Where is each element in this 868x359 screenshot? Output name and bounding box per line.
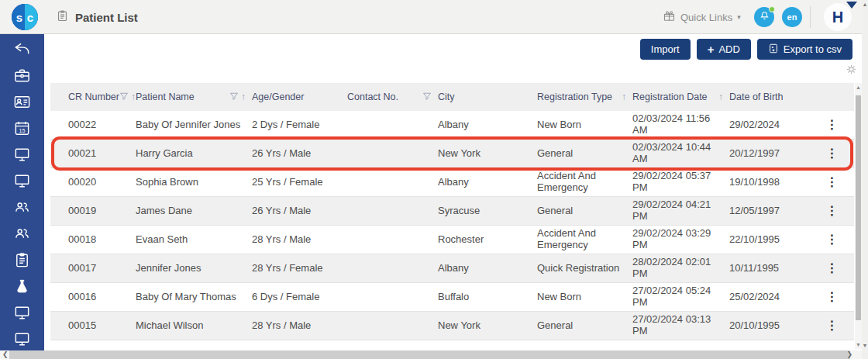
column-header-contact-no[interactable]: Contact No. (347, 83, 438, 111)
sort-arrow-icon[interactable]: ↑ (718, 91, 723, 102)
sort-arrow-icon[interactable]: ↑ (622, 91, 626, 102)
scroll-left-icon[interactable]: ❮ (2, 350, 9, 359)
patient-list-page: s c Patient List Quick Links ▾ (0, 0, 868, 359)
cell-age-gender: 28 Yrs / Male (252, 320, 347, 332)
table-row-00015[interactable]: 00015Michael Wilson28 Yrs / MaleNew York… (50, 312, 854, 340)
page-vertical-scrollbar[interactable]: ▲ ▼ (862, 0, 868, 359)
cell-age-gender: 26 Yrs / Male (252, 148, 347, 160)
column-label: Contact No. (347, 91, 398, 102)
table-settings-gear-icon[interactable] (846, 64, 857, 78)
table-row-00016[interactable]: 00016Baby Of Mary Thomas6 Dys / FemaleBu… (50, 283, 854, 312)
sidebar-item-6-users-icon[interactable] (12, 199, 33, 216)
cell-date-of-birth: 25/02/2024 (729, 292, 811, 303)
cell-registration-date: 27/02/2024 05:24 PM (632, 285, 729, 309)
scroll-down-icon[interactable]: ▼ (862, 343, 868, 348)
table-row-00020[interactable]: 00020Sophia Brown25 Yrs / FemaleAlbanyAc… (50, 168, 854, 197)
sidebar-item-10-monitor-icon[interactable] (12, 305, 33, 321)
scroll-up-icon[interactable]: ▲ (862, 2, 868, 7)
table-vertical-scrollbar[interactable]: ▲ ▼ (855, 83, 862, 349)
column-header-age-gender[interactable]: Age/Gender (252, 83, 347, 111)
sidebar-item-4-monitor-icon[interactable] (12, 147, 33, 163)
column-label: Registration Type (537, 91, 612, 102)
page-title: Patient List (75, 11, 138, 24)
row-actions-menu[interactable]: ⋮ (811, 261, 854, 275)
row-actions-menu[interactable]: ⋮ (811, 319, 854, 333)
sidebar-item-11-monitor-icon[interactable] (12, 331, 33, 347)
column-header-date-of-birth[interactable]: Date of Birth (729, 83, 811, 111)
sort-arrow-icon[interactable]: ↑ (241, 91, 246, 102)
bell-icon (759, 10, 770, 25)
cell-city: Buffalo (438, 292, 537, 303)
import-button[interactable]: Import (640, 39, 691, 60)
cell-city: Albany (438, 177, 537, 188)
column-header-cr-number[interactable]: CR Number↑ (50, 83, 136, 111)
column-label: City (438, 91, 455, 102)
gift-icon (663, 9, 676, 25)
row-actions-menu[interactable]: ⋮ (811, 204, 854, 218)
table-row-00022[interactable]: 00022Baby Of Jennifer Jones2 Dys / Femal… (50, 111, 854, 140)
sidebar-item-1-briefcase-icon[interactable] (12, 67, 33, 84)
sidebar-item-7-users-icon[interactable] (12, 226, 33, 242)
filter-funnel-icon[interactable] (422, 91, 432, 103)
cell-date-of-birth: 12/05/1997 (729, 205, 811, 217)
export-csv-button[interactable]: Export to csv (757, 39, 852, 60)
chevron-down-icon: ▾ (737, 13, 741, 21)
column-header-patient-name[interactable]: Patient Name↑ (136, 83, 252, 111)
topbar-divider (810, 6, 811, 28)
cell-cr-number: 00021 (50, 148, 136, 160)
table-row-00019[interactable]: 00019James Dane26 Yrs / MaleSyracuseGene… (50, 197, 854, 226)
sidebar-item-5-monitor-icon[interactable] (12, 173, 33, 189)
sidebar-nav: 15 (0, 34, 44, 350)
sidebar-item-8-clipboard-icon[interactable] (12, 252, 33, 268)
notifications-button[interactable] (754, 7, 774, 27)
row-actions-menu[interactable]: ⋮ (811, 175, 854, 189)
cell-patient-name: Michael Wilson (136, 320, 252, 332)
cell-city: Albany (438, 263, 537, 274)
row-actions-menu[interactable]: ⋮ (811, 147, 854, 161)
table-row-00017[interactable]: 00017Jennifer Jones28 Yrs / FemaleAlbany… (50, 254, 854, 283)
table-row-00018[interactable]: 00018Evaan Seth28 Yrs / MaleRochesterAcc… (50, 226, 854, 254)
column-header-city[interactable]: City (438, 83, 537, 111)
table-scroll-down-icon[interactable]: ▼ (855, 342, 862, 347)
table-row-00021[interactable]: 00021Harry Garcia26 Yrs / MaleNew YorkGe… (50, 140, 854, 168)
cell-cr-number: 00017 (50, 263, 136, 274)
filter-funnel-icon[interactable] (229, 91, 239, 103)
column-header-registration-date[interactable]: Registration Date↑ (632, 83, 729, 111)
sidebar-item-0-reply-icon[interactable] (12, 41, 33, 57)
row-actions-menu[interactable]: ⋮ (811, 118, 854, 132)
column-header-registration-type[interactable]: Registration Type↑ (537, 83, 632, 111)
sidebar-item-9-flask-icon[interactable] (12, 278, 33, 295)
cell-registration-type: Accident And Emergency (537, 171, 632, 194)
cell-city: New York (438, 320, 537, 332)
cell-cr-number: 00019 (50, 205, 136, 217)
svg-text:15: 15 (19, 128, 26, 134)
scroll-right-icon[interactable]: ❯ (846, 350, 852, 359)
cell-patient-name: Baby Of Jennifer Jones (136, 119, 252, 131)
filter-funnel-icon[interactable] (119, 91, 129, 103)
language-selector[interactable]: en (782, 7, 802, 27)
row-actions-menu[interactable]: ⋮ (811, 290, 854, 304)
cell-registration-type: Accident And Emergency (537, 228, 632, 251)
cell-patient-name: Baby Of Mary Thomas (136, 292, 252, 303)
cell-age-gender: 25 Yrs / Female (252, 177, 347, 188)
cell-registration-date: 29/02/2024 03:29 PM (632, 228, 729, 251)
row-actions-menu[interactable]: ⋮ (811, 233, 854, 247)
table-header-row: CR Number↑Patient Name↑Age/GenderContact… (50, 83, 854, 111)
table-scrollbar-thumb[interactable] (856, 95, 861, 320)
quick-links-menu[interactable]: Quick Links ▾ (663, 9, 741, 25)
column-label: Patient Name (136, 91, 195, 102)
add-button[interactable]: + ADD (697, 39, 751, 60)
sidebar-item-3-calendar-icon[interactable]: 15 (12, 120, 33, 136)
horizontal-scrollbar-thumb[interactable] (9, 350, 850, 359)
column-header-actions (811, 83, 854, 111)
horizontal-scrollbar[interactable]: ❮ ❯ (0, 350, 862, 359)
sidebar-item-2-id-card-icon[interactable] (12, 94, 33, 110)
quick-links-label: Quick Links (680, 12, 732, 23)
app-logo[interactable]: s c (12, 4, 38, 30)
cell-cr-number: 00022 (50, 119, 136, 131)
logo-left-half: s (12, 4, 25, 30)
column-label: Date of Birth (729, 91, 783, 102)
logo-right-half: c (25, 4, 38, 30)
cell-patient-name: Sophia Brown (136, 177, 252, 188)
table-scroll-up-icon[interactable]: ▲ (855, 85, 862, 90)
